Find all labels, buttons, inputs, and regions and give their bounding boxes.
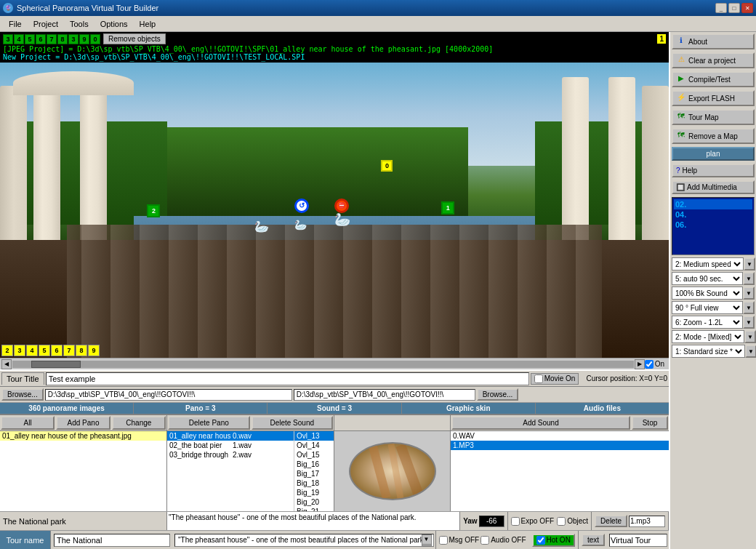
pano-num-3[interactable]: 3 <box>14 345 25 356</box>
menu-help[interactable]: Help <box>134 18 162 30</box>
ovl-item-8[interactable]: Big_20 <box>294 497 334 507</box>
browse-button-right[interactable]: Browse... <box>477 388 519 401</box>
scroll-left-btn[interactable]: ◀ <box>1 359 12 369</box>
pano-num-9[interactable]: 9 <box>88 345 100 356</box>
tour-title-tab[interactable]: Tour Title <box>1 372 44 385</box>
all-button[interactable]: All <box>1 416 55 430</box>
remove-map-button[interactable]: 🗺 Remove a Map <box>672 128 755 144</box>
file-item-04[interactable]: 04. <box>674 209 752 220</box>
size-select[interactable]: 1: Standard size * <box>672 345 745 358</box>
sound-item-3[interactable]: 03_bridge through river Stone <box>167 450 230 460</box>
audio-checkbox[interactable] <box>480 536 489 545</box>
yaw-input[interactable] <box>479 516 504 527</box>
path-input-right[interactable] <box>294 389 475 401</box>
pano-num-5[interactable]: 5 <box>39 345 50 356</box>
clear-project-button[interactable]: ⚠ Clear a project <box>672 52 755 68</box>
sound-list-names[interactable]: 01_alley near house of the pheas. 02_the… <box>167 431 230 511</box>
file-item-06[interactable]: 06. <box>674 220 752 230</box>
scroll-track[interactable] <box>12 361 634 368</box>
tour-name-title-input[interactable] <box>54 534 170 547</box>
scroll-right-btn[interactable]: ▶ <box>635 359 645 369</box>
about-button[interactable]: ℹ About <box>672 33 755 49</box>
hotspot-0[interactable]: 0 <box>381 160 393 172</box>
zoom-select[interactable]: 6: Zoom - 1.2L <box>672 316 743 329</box>
hot-checkbox[interactable] <box>536 536 545 545</box>
view-arrow[interactable]: ▼ <box>743 301 755 314</box>
sound-item-2[interactable]: 02_the boat pier <box>167 441 230 450</box>
num-5[interactable]: 5 <box>25 34 35 44</box>
change-button[interactable]: Change <box>112 416 166 430</box>
plan-button[interactable]: plan <box>672 147 755 161</box>
stop-button[interactable]: Stop <box>632 416 668 430</box>
hotspot-1[interactable]: 1 <box>441 201 454 215</box>
add-sound-button[interactable]: Add Sound <box>451 416 630 430</box>
auto-arrow[interactable]: ▼ <box>743 272 755 285</box>
file-item-02[interactable]: 02. <box>674 199 752 209</box>
size-arrow[interactable]: ▼ <box>745 345 756 358</box>
num-0[interactable]: 0 <box>90 34 100 44</box>
tour-title-input[interactable] <box>46 372 529 385</box>
hotspot-sign1[interactable]: ↺ <box>294 199 309 213</box>
view-select[interactable]: 90 ° Full view <box>672 301 743 314</box>
ovl-item-3[interactable]: Ovl_15 <box>294 450 334 460</box>
menu-file[interactable]: File <box>3 18 28 30</box>
sound-list-files[interactable]: 0.wav 1.wav 2.wav <box>230 431 294 511</box>
audio-list[interactable]: 0.WAV 1.MP3 <box>451 431 669 511</box>
help-button[interactable]: ? Help <box>672 164 755 177</box>
pano-num-4[interactable]: 4 <box>26 345 38 356</box>
num-7[interactable]: 7 <box>47 34 57 44</box>
movie-on-button[interactable]: Movie On <box>531 373 579 385</box>
sound-file-2[interactable]: 1.wav <box>230 441 294 450</box>
menu-tools[interactable]: Tools <box>64 18 94 30</box>
minimize-button[interactable]: _ <box>715 3 727 13</box>
audio-item-1[interactable]: 0.WAV <box>451 431 669 441</box>
menu-project[interactable]: Project <box>28 18 64 30</box>
compile-test-button[interactable]: ▶ Compile/Test <box>672 71 755 87</box>
ovl-item-6[interactable]: Big_18 <box>294 478 334 488</box>
on-checkbox[interactable] <box>645 360 654 369</box>
pano-list[interactable]: 01_alley near house of the pheasant.jpg <box>0 431 166 511</box>
close-button[interactable]: ✕ <box>741 3 753 13</box>
zoom-arrow[interactable]: ▼ <box>743 316 755 329</box>
desc-scroll-down[interactable]: ▼ <box>422 534 432 545</box>
num-3[interactable]: 3 <box>3 34 13 44</box>
num-3b[interactable]: 3 <box>68 34 79 44</box>
num-9[interactable]: 9 <box>79 34 89 44</box>
hotspot-sign2[interactable]: ⛔ <box>334 199 349 213</box>
pano-num-8[interactable]: 8 <box>76 345 87 356</box>
path-input-left[interactable] <box>45 389 292 401</box>
pano-num-2[interactable]: 2 <box>1 345 13 356</box>
movie-on-checkbox[interactable] <box>534 374 543 383</box>
sound-file-1[interactable]: 0.wav <box>230 431 294 441</box>
sound-item-1[interactable]: 01_alley near house of the pheas. <box>167 431 230 441</box>
hot-on-button[interactable]: Hot ON <box>532 534 575 547</box>
ovl-list[interactable]: Ovl_13 Ovl_14 Ovl_15 Big_16 Big_17 Big_1… <box>294 431 334 511</box>
description-textarea[interactable] <box>167 512 459 531</box>
ovl-item-5[interactable]: Big_17 <box>294 469 334 478</box>
speed-select[interactable]: 2: Medium speed <box>672 257 744 271</box>
ovl-item-7[interactable]: Big_19 <box>294 488 334 497</box>
add-pano-button[interactable]: Add Pano <box>56 416 110 430</box>
virtual-tour-input[interactable] <box>609 534 667 547</box>
file-list-box[interactable]: 02. 04. 06. <box>672 197 755 255</box>
ovl-item-4[interactable]: Big_16 <box>294 460 334 469</box>
pano-num-7[interactable]: 7 <box>63 345 75 356</box>
mode-select[interactable]: 2: Mode - [Mixed] <box>672 330 744 343</box>
delete-pano-button[interactable]: Delete Pano <box>168 416 250 430</box>
sound-arrow[interactable]: ▼ <box>743 286 755 300</box>
browse-button-left[interactable]: Browse... <box>1 388 44 401</box>
text-button[interactable]: text <box>582 534 605 546</box>
sound-file-3[interactable]: 2.wav <box>230 450 294 460</box>
export-flash-button[interactable]: ⚡ Export FLASH <box>672 90 755 106</box>
audio-item-2[interactable]: 1.MP3 <box>451 441 669 450</box>
remove-objects-button[interactable]: Remove objects <box>103 33 166 44</box>
delete-button[interactable]: Delete <box>595 515 627 527</box>
scroll-thumb[interactable] <box>31 361 81 368</box>
auto-select[interactable]: 5: auto 90 sec. <box>672 272 743 285</box>
mode-arrow[interactable]: ▼ <box>744 330 756 343</box>
speed-arrow[interactable]: ▼ <box>744 257 755 271</box>
mp3-input[interactable] <box>629 516 665 527</box>
object-checkbox[interactable] <box>557 517 566 526</box>
expo-checkbox[interactable] <box>511 517 520 526</box>
ovl-item-2[interactable]: Ovl_14 <box>294 441 334 450</box>
